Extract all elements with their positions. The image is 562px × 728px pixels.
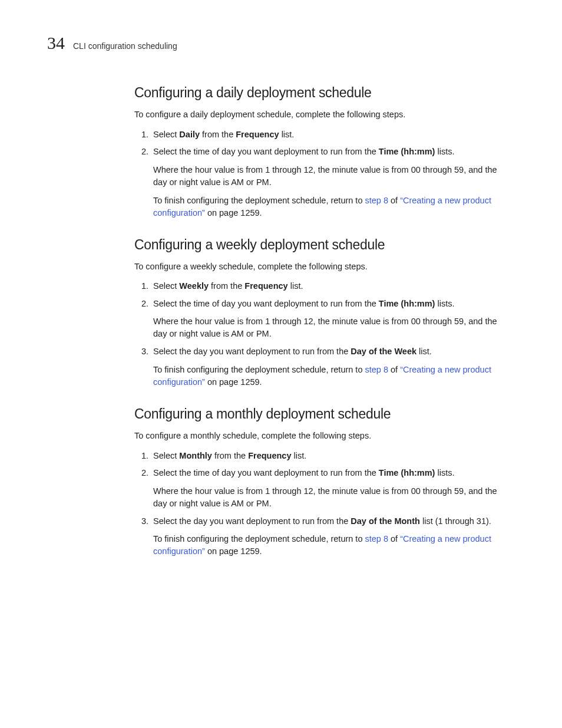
step-bold: Day of the Week [351,347,416,356]
sub-paragraph: Where the hour value is from 1 through 1… [153,315,508,340]
step-bold: Monthly [179,451,212,460]
sub-paragraph: Where the hour value is from 1 through 1… [153,485,508,510]
list-item: Select Daily from the Frequency list. [151,129,508,141]
step-text: Select [153,130,179,139]
step-bold: Time (hh:mm) [379,468,435,477]
list-item: Select Weekly from the Frequency list. [151,281,508,292]
step-bold: Weekly [179,281,209,291]
heading-monthly: Configuring a monthly deployment schedul… [134,406,508,422]
step-text: lists. [435,147,454,156]
link-step[interactable]: step 8 [365,365,389,374]
running-title: CLI configuration scheduling [73,41,177,51]
step-text: Select [153,451,179,460]
step-text: from the [209,281,244,291]
section-monthly: Configuring a monthly deployment schedul… [134,406,508,558]
intro-daily: To configure a daily deployment schedule… [134,109,508,121]
step-text: list. [416,347,432,356]
return-text: on page 1259. [205,546,262,556]
step-bold: Time (hh:mm) [379,299,435,308]
step-text: from the [200,130,236,139]
return-text: To finish configuring the deployment sch… [153,196,365,205]
intro-monthly: To configure a monthly schedule, complet… [134,430,508,442]
step-bold: Daily [179,130,200,139]
heading-daily: Configuring a daily deployment schedule [134,85,508,101]
sub-paragraph: To finish configuring the deployment sch… [153,195,508,219]
step-text: list. [288,281,303,291]
return-text: on page 1259. [205,377,262,387]
return-text: To finish configuring the deployment sch… [153,365,365,374]
return-text: of [388,365,400,374]
list-item: Select the day you want deployment to ru… [151,346,508,388]
list-item: Select the time of day you want deployme… [151,146,508,219]
list-item: Select the day you want deployment to ru… [151,516,508,558]
link-step[interactable]: step 8 [365,534,389,543]
step-text: lists. [435,299,454,308]
list-item: Select the time of day you want deployme… [151,467,508,510]
sub-paragraph: To finish configuring the deployment sch… [153,364,508,388]
step-bold: Frequency [236,130,279,139]
return-text: of [388,534,400,543]
link-step[interactable]: step 8 [365,196,389,205]
step-bold: Frequency [244,281,287,291]
heading-weekly: Configuring a weekly deployment schedule [134,237,508,253]
return-text: on page 1259. [205,208,262,218]
step-text: list. [292,451,307,460]
step-text: Select the day you want deployment to ru… [153,516,351,526]
list-item: Select the time of day you want deployme… [151,298,508,341]
section-daily: Configuring a daily deployment schedule … [134,85,508,219]
list-item: Select Monthly from the Frequency list. [151,450,508,462]
content: Configuring a daily deployment schedule … [134,85,508,558]
steps-weekly: Select Weekly from the Frequency list. S… [134,281,508,388]
step-bold: Frequency [248,451,291,460]
step-text: Select the time of day you want deployme… [153,468,379,477]
page: 34 CLI configuration scheduling Configur… [0,0,562,728]
steps-daily: Select Daily from the Frequency list. Se… [134,129,508,219]
step-text: list. [279,130,295,139]
step-text: Select [153,281,179,291]
step-text: Select the time of day you want deployme… [153,299,379,308]
chapter-number: 34 [47,33,65,53]
step-text: lists. [435,468,454,477]
step-text: from the [212,451,248,460]
sub-paragraph: Where the hour value is from 1 through 1… [153,164,508,189]
running-head: 34 CLI configuration scheduling [47,33,515,53]
return-text: of [388,196,400,205]
step-bold: Time (hh:mm) [379,147,435,156]
step-bold: Day of the Month [351,516,420,526]
steps-monthly: Select Monthly from the Frequency list. … [134,450,508,558]
section-weekly: Configuring a weekly deployment schedule… [134,237,508,388]
step-text: Select the day you want deployment to ru… [153,347,351,356]
return-text: To finish configuring the deployment sch… [153,534,365,543]
intro-weekly: To configure a weekly schedule, complete… [134,261,508,273]
sub-paragraph: To finish configuring the deployment sch… [153,533,508,558]
step-text: Select the time of day you want deployme… [153,147,379,156]
step-text: list (1 through 31). [420,516,491,526]
